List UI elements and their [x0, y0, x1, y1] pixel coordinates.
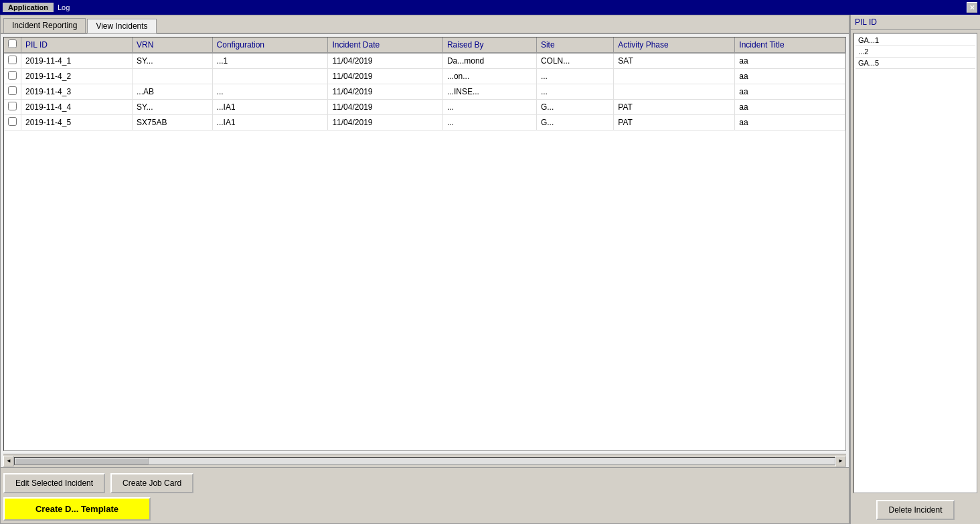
col-site[interactable]: Site	[536, 37, 613, 53]
row-checkbox-cell[interactable]	[4, 100, 21, 115]
cell-incident-date: 11/04/2019	[328, 100, 442, 115]
cell-site: ...	[536, 84, 613, 100]
template-buttons: Create D... Template	[3, 497, 846, 521]
table-header-row: PIL ID VRN Configuration Incident Date R…	[4, 37, 845, 53]
cell-site: G...	[536, 100, 613, 115]
scroll-thumb[interactable]	[15, 458, 149, 464]
cell-incident-title: aa	[735, 53, 845, 69]
right-panel-header: PIL ID	[851, 15, 980, 30]
table-row[interactable]: 2019-11-4_4 SY... ...IA1 11/04/2019 ... …	[4, 100, 845, 115]
cell-configuration: ...	[212, 84, 328, 100]
edit-selected-incident-button[interactable]: Edit Selected Incident	[3, 473, 105, 493]
cell-raised-by: ...	[442, 115, 536, 130]
cell-incident-date: 11/04/2019	[328, 115, 442, 130]
cell-raised-by: ...INSE...	[442, 84, 536, 100]
pil-list-item[interactable]: GA...1	[855, 35, 975, 46]
pil-id-list: GA...1...2GA...5	[854, 33, 977, 70]
cell-configuration: ...IA1	[212, 115, 328, 130]
cell-raised-by: Da...mond	[442, 53, 536, 69]
cell-configuration	[212, 69, 328, 84]
col-pil-id[interactable]: PIL ID	[21, 37, 133, 53]
delete-incident-button[interactable]: Delete Incident	[876, 500, 954, 520]
table-row[interactable]: 2019-11-4_1 SY... ...1 11/04/2019 Da...m…	[4, 53, 845, 69]
cell-vrn: SY...	[133, 53, 213, 69]
row-checkbox-cell[interactable]	[4, 53, 21, 69]
bottom-area: Edit Selected Incident Create Job Card C…	[1, 467, 849, 523]
cell-pil-id: 2019-11-4_2	[21, 69, 133, 84]
col-vrn[interactable]: VRN	[133, 37, 213, 53]
main-area: Incident Reporting View Incidents PIL ID…	[0, 15, 980, 524]
row-checkbox-cell[interactable]	[4, 84, 21, 100]
cell-activity-phase: SAT	[614, 53, 735, 69]
tab-incident-reporting[interactable]: Incident Reporting	[3, 18, 86, 33]
cell-site: ...	[536, 69, 613, 84]
cell-configuration: ...IA1	[212, 100, 328, 115]
row-checkbox-cell[interactable]	[4, 115, 21, 130]
incidents-table-container[interactable]: PIL ID VRN Configuration Incident Date R…	[3, 37, 846, 451]
cell-activity-phase	[614, 84, 735, 100]
cell-incident-date: 11/04/2019	[328, 69, 442, 84]
cell-incident-title: aa	[735, 84, 845, 100]
cell-activity-phase: PAT	[614, 115, 735, 130]
row-checkbox-cell[interactable]	[4, 69, 21, 84]
pil-list-item[interactable]: GA...5	[855, 58, 975, 69]
cell-pil-id: 2019-11-4_4	[21, 100, 133, 115]
pil-list-item[interactable]: ...2	[855, 46, 975, 58]
app-title: Application	[3, 3, 54, 12]
tab-bar: Incident Reporting View Incidents	[1, 15, 849, 34]
scroll-right-arrow[interactable]: ►	[835, 456, 846, 466]
cell-vrn: SY...	[133, 100, 213, 115]
action-buttons: Edit Selected Incident Create Job Card	[3, 473, 846, 493]
row-checkbox[interactable]	[8, 102, 17, 110]
cell-raised-by: ...on...	[442, 69, 536, 84]
incidents-table: PIL ID VRN Configuration Incident Date R…	[4, 37, 845, 130]
cell-incident-title: aa	[735, 100, 845, 115]
table-body: 2019-11-4_1 SY... ...1 11/04/2019 Da...m…	[4, 53, 845, 130]
cell-vrn: ...AB	[133, 84, 213, 100]
scroll-track[interactable]	[14, 457, 835, 465]
cell-vrn	[133, 69, 213, 84]
cell-incident-title: aa	[735, 115, 845, 130]
cell-pil-id: 2019-11-4_3	[21, 84, 133, 100]
col-activity-phase[interactable]: Activity Phase	[614, 37, 735, 53]
close-button[interactable]: ✕	[967, 2, 977, 13]
title-bar: Application Log ✕	[0, 0, 980, 15]
row-checkbox[interactable]	[8, 71, 17, 80]
table-row[interactable]: 2019-11-4_3 ...AB ... 11/04/2019 ...INSE…	[4, 84, 845, 100]
create-job-card-button[interactable]: Create Job Card	[110, 473, 193, 493]
cell-incident-date: 11/04/2019	[328, 84, 442, 100]
row-checkbox[interactable]	[8, 117, 17, 126]
cell-raised-by: ...	[442, 100, 536, 115]
pil-id-list-container[interactable]: GA...1...2GA...5	[853, 33, 977, 493]
table-row[interactable]: 2019-11-4_5 SX75AB ...IA1 11/04/2019 ...…	[4, 115, 845, 130]
col-incident-title[interactable]: Incident Title	[735, 37, 845, 53]
col-configuration[interactable]: Configuration	[212, 37, 328, 53]
row-checkbox[interactable]	[8, 56, 17, 64]
col-incident-date[interactable]: Incident Date	[328, 37, 442, 53]
cell-activity-phase	[614, 69, 735, 84]
col-checkbox	[4, 37, 21, 53]
cell-vrn: SX75AB	[133, 115, 213, 130]
col-raised-by[interactable]: Raised By	[442, 37, 536, 53]
create-template-button[interactable]: Create D... Template	[3, 497, 151, 521]
cell-pil-id: 2019-11-4_5	[21, 115, 133, 130]
log-text: Log	[58, 3, 70, 11]
select-all-checkbox[interactable]	[8, 39, 17, 48]
scroll-left-arrow[interactable]: ◄	[3, 456, 14, 466]
row-checkbox[interactable]	[8, 86, 17, 95]
horizontal-scrollbar[interactable]: ◄ ►	[3, 454, 846, 467]
cell-incident-title: aa	[735, 69, 845, 84]
right-panel: PIL ID GA...1...2GA...5 Delete Incident	[849, 15, 980, 524]
table-row[interactable]: 2019-11-4_2 11/04/2019 ...on... ... aa	[4, 69, 845, 84]
left-panel: Incident Reporting View Incidents PIL ID…	[0, 15, 849, 524]
tab-view-incidents[interactable]: View Incidents	[87, 19, 156, 33]
cell-configuration: ...1	[212, 53, 328, 69]
right-panel-bottom: Delete Incident	[851, 496, 980, 524]
cell-site: G...	[536, 115, 613, 130]
cell-activity-phase: PAT	[614, 100, 735, 115]
cell-incident-date: 11/04/2019	[328, 53, 442, 69]
cell-pil-id: 2019-11-4_1	[21, 53, 133, 69]
cell-site: COLN...	[536, 53, 613, 69]
